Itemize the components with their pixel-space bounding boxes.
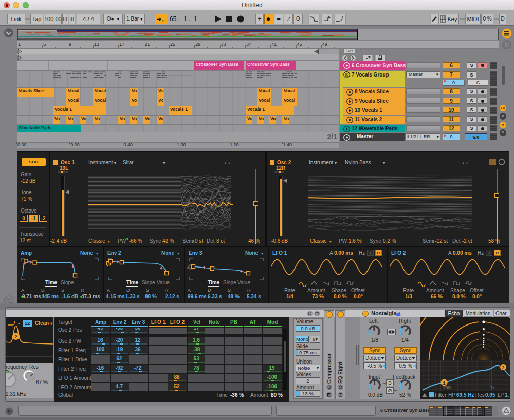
svg-text:2: 2: [502, 365, 504, 370]
svg-text:2.31 kHz: 2.31 kHz: [6, 391, 26, 397]
svg-text:2: 2: [14, 334, 17, 339]
svg-text:100: 100: [443, 385, 451, 390]
svg-text:87 %: 87 %: [36, 379, 48, 385]
svg-text:1k: 1k: [490, 385, 495, 390]
